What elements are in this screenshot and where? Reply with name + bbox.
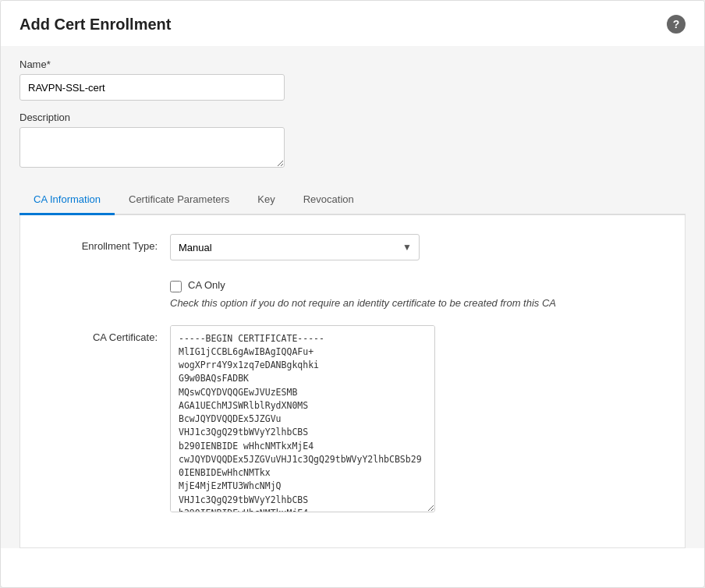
description-label: Description: [19, 112, 686, 123]
enrollment-type-select-wrapper: Manual SCEP PKCS12 ▼: [170, 234, 420, 260]
name-label: Name*: [19, 58, 686, 70]
name-field-group: Name*: [19, 58, 686, 101]
description-field-group: Description: [19, 112, 686, 170]
ca-only-label[interactable]: CA Only: [188, 279, 225, 291]
dialog-title: Add Cert Enrollment: [19, 16, 171, 34]
ca-only-row: CA Only Check this option if you do not …: [45, 275, 660, 311]
enrollment-type-label: Enrollment Type:: [45, 234, 170, 252]
ca-only-spacer: [45, 275, 170, 281]
dialog-body: Name* Description CA Information Certifi…: [1, 46, 704, 548]
tab-key[interactable]: Key: [243, 186, 289, 215]
ca-cert-textarea[interactable]: -----BEGIN CERTIFICATE----- MlIG1jCCBL6g…: [170, 325, 435, 512]
ca-only-hint: Check this option if you do not require …: [170, 296, 654, 311]
tab-certificate-parameters[interactable]: Certificate Parameters: [115, 186, 243, 215]
name-input[interactable]: [19, 74, 285, 101]
help-icon[interactable]: ?: [667, 15, 686, 34]
tabs-nav: CA Information Certificate Parameters Ke…: [19, 186, 686, 215]
tabs-container: CA Information Certificate Parameters Ke…: [19, 186, 686, 548]
ca-only-checkbox[interactable]: [170, 281, 182, 292]
dialog-header: Add Cert Enrollment ?: [1, 1, 704, 46]
ca-cert-row: CA Certificate: -----BEGIN CERTIFICATE--…: [45, 325, 660, 515]
enrollment-type-select[interactable]: Manual SCEP PKCS12: [170, 234, 420, 260]
description-input[interactable]: [19, 127, 285, 168]
enrollment-type-row: Enrollment Type: Manual SCEP PKCS12 ▼: [45, 234, 660, 260]
add-cert-enrollment-dialog: Add Cert Enrollment ? Name* Description …: [0, 0, 705, 588]
enrollment-type-control: Manual SCEP PKCS12 ▼: [170, 234, 660, 260]
tab-ca-information[interactable]: CA Information: [19, 186, 115, 215]
tab-content-ca-info: Enrollment Type: Manual SCEP PKCS12 ▼: [19, 215, 686, 548]
ca-only-checkbox-row: CA Only: [170, 279, 660, 292]
ca-only-control: CA Only Check this option if you do not …: [170, 275, 660, 311]
ca-cert-label: CA Certificate:: [45, 325, 170, 343]
tab-revocation[interactable]: Revocation: [289, 186, 368, 215]
ca-cert-control: -----BEGIN CERTIFICATE----- MlIG1jCCBL6g…: [170, 325, 660, 515]
